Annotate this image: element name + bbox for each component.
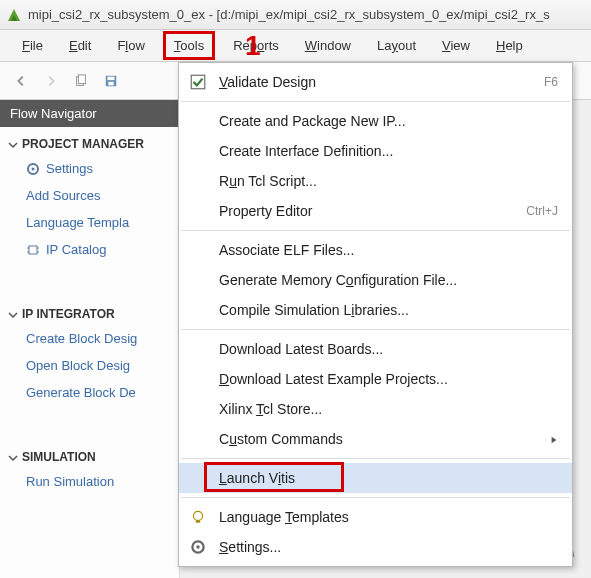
chevron-down-icon: [8, 309, 18, 319]
menu-window[interactable]: Window: [297, 34, 359, 57]
toolbar-copy-button[interactable]: [70, 70, 92, 92]
dd-xilinx-tcl-store[interactable]: Xilinx Tcl Store...: [179, 394, 572, 424]
shortcut-text: Ctrl+J: [526, 204, 558, 218]
svg-rect-16: [196, 520, 201, 522]
svg-rect-14: [191, 75, 205, 89]
svg-rect-3: [78, 74, 85, 83]
ip-icon: [26, 243, 40, 257]
separator: [181, 230, 570, 231]
svg-rect-5: [108, 76, 115, 80]
chevron-right-icon: [550, 431, 558, 447]
svg-point-15: [194, 511, 203, 520]
menu-view[interactable]: View: [434, 34, 478, 57]
flow-navigator-header: Flow Navigator: [0, 100, 179, 127]
svg-point-8: [32, 167, 35, 170]
separator: [181, 458, 570, 459]
menubar: File Edit Flow Tools Reports Window Layo…: [0, 30, 591, 62]
dd-create-interface-def[interactable]: Create Interface Definition...: [179, 136, 572, 166]
nav-generate-block-design[interactable]: Generate Block De: [0, 379, 179, 406]
flow-navigator: Flow Navigator PROJECT MANAGER Settings …: [0, 100, 180, 578]
dd-generate-mem-config[interactable]: Generate Memory Configuration File...: [179, 265, 572, 295]
dd-property-editor[interactable]: Property Editor Ctrl+J: [179, 196, 572, 226]
toolbar-save-button[interactable]: [100, 70, 122, 92]
gear-icon: [26, 162, 40, 176]
dd-run-tcl-script[interactable]: Run Tcl Script...: [179, 166, 572, 196]
nav-add-sources[interactable]: Add Sources: [0, 182, 179, 209]
gear-icon: [189, 538, 207, 556]
dd-compile-sim-libs[interactable]: Compile Simulation Libraries...: [179, 295, 572, 325]
app-icon: [6, 7, 22, 23]
section-simulation[interactable]: SIMULATION: [0, 446, 179, 468]
menu-tools[interactable]: Tools: [163, 31, 215, 60]
annotation-1: 1: [245, 30, 261, 62]
nav-settings[interactable]: Settings: [0, 155, 179, 182]
window-title: mipi_csi2_rx_subsystem_0_ex - [d:/mipi_e…: [28, 7, 550, 22]
separator: [181, 497, 570, 498]
nav-run-simulation[interactable]: Run Simulation: [0, 468, 179, 495]
menu-file[interactable]: File: [14, 34, 51, 57]
shortcut-text: F6: [544, 75, 558, 89]
svg-rect-6: [108, 81, 113, 85]
dd-create-package-ip[interactable]: Create and Package New IP...: [179, 106, 572, 136]
nav-create-block-design[interactable]: Create Block Desig: [0, 325, 179, 352]
nav-open-block-design[interactable]: Open Block Desig: [0, 352, 179, 379]
dd-settings[interactable]: Settings...: [179, 532, 572, 562]
nav-language-templates[interactable]: Language Templa: [0, 209, 179, 236]
dd-download-boards[interactable]: Download Latest Boards...: [179, 334, 572, 364]
titlebar: mipi_csi2_rx_subsystem_0_ex - [d:/mipi_e…: [0, 0, 591, 30]
svg-rect-9: [29, 246, 37, 254]
dd-launch-vitis[interactable]: Launch Vitis: [179, 463, 572, 493]
dd-language-templates[interactable]: Language Templates: [179, 502, 572, 532]
dd-download-examples[interactable]: Download Latest Example Projects...: [179, 364, 572, 394]
lightbulb-icon: [189, 508, 207, 526]
tools-dropdown: Validate Design F6 Create and Package Ne…: [178, 62, 573, 567]
svg-point-18: [196, 545, 199, 548]
toolbar-forward-button[interactable]: [40, 70, 62, 92]
dd-associate-elf[interactable]: Associate ELF Files...: [179, 235, 572, 265]
menu-edit[interactable]: Edit: [61, 34, 99, 57]
separator: [181, 101, 570, 102]
dd-custom-commands[interactable]: Custom Commands: [179, 424, 572, 454]
menu-layout[interactable]: Layout: [369, 34, 424, 57]
menu-help[interactable]: Help: [488, 34, 531, 57]
separator: [181, 329, 570, 330]
chevron-down-icon: [8, 139, 18, 149]
check-icon: [189, 73, 207, 91]
chevron-down-icon: [8, 452, 18, 462]
section-ip-integrator[interactable]: IP INTEGRATOR: [0, 303, 179, 325]
nav-ip-catalog[interactable]: IP Catalog: [0, 236, 179, 263]
menu-flow[interactable]: Flow: [109, 34, 152, 57]
dd-validate-design[interactable]: Validate Design F6: [179, 67, 572, 97]
toolbar-back-button[interactable]: [10, 70, 32, 92]
section-project-manager[interactable]: PROJECT MANAGER: [0, 133, 179, 155]
